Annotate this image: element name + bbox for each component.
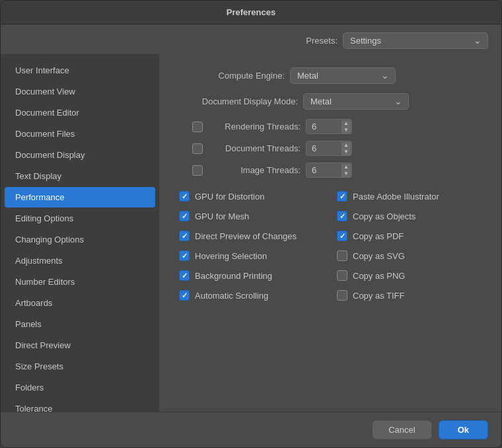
- sidebar-item-document-files[interactable]: Document Files: [5, 124, 155, 144]
- image-threads-spinner: ▲ ▼: [306, 163, 352, 178]
- copy-as-objects-check[interactable]: [337, 211, 347, 221]
- document-threads-arrows: ▲ ▼: [341, 141, 351, 156]
- checkbox-copy-as-objects: Copy as Objects: [337, 211, 482, 221]
- checkbox-gpu-distortion: GPU for Distortion: [179, 191, 324, 202]
- sidebar-item-document-editor[interactable]: Document Editor: [5, 102, 155, 123]
- document-threads-spinner: ▲ ▼: [306, 141, 352, 156]
- presets-label: Presets:: [306, 36, 338, 46]
- title-bar: Preferences: [1, 1, 501, 24]
- document-threads-row: Document Threads: ▲ ▼: [179, 141, 482, 156]
- rendering-threads-up[interactable]: ▲: [341, 120, 351, 127]
- document-display-mode-select-wrapper: Metal CPU: [303, 93, 409, 110]
- image-threads-up[interactable]: ▲: [341, 164, 351, 170]
- rendering-threads-arrows: ▲ ▼: [341, 119, 351, 134]
- rendering-threads-label: Rendering Threads:: [208, 122, 301, 131]
- paste-adobe-illustrator-label: Paste Adobe Illustrator: [353, 192, 439, 202]
- sidebar-item-user-interface[interactable]: User Interface: [5, 60, 155, 81]
- image-threads-toggle[interactable]: [192, 165, 203, 176]
- checkbox-direct-preview-changes: Direct Preview of Changes: [179, 231, 324, 241]
- compute-engine-select[interactable]: Metal CPU: [290, 67, 396, 84]
- checkbox-hovering-selection: Hovering Selection: [179, 250, 324, 261]
- automatic-scrolling-check[interactable]: [179, 290, 190, 301]
- sidebar-item-performance[interactable]: Performance: [5, 187, 155, 207]
- sidebar-item-document-view[interactable]: Document View: [5, 81, 155, 102]
- presets-select[interactable]: Settings Default: [343, 32, 488, 49]
- checkbox-paste-adobe-illustrator: Paste Adobe Illustrator: [337, 191, 482, 202]
- copy-as-objects-label: Copy as Objects: [353, 211, 415, 221]
- copy-as-tiff-label: Copy as TIFF: [353, 291, 405, 301]
- document-display-mode-row: Document Display Mode: Metal CPU: [179, 93, 482, 110]
- direct-preview-changes-check[interactable]: [179, 231, 190, 241]
- sidebar-item-changing-options[interactable]: Changing Options: [5, 229, 155, 250]
- compute-engine-row: Compute Engine: Metal CPU: [179, 67, 482, 84]
- sidebar-item-document-display[interactable]: Document Display: [5, 145, 155, 165]
- main-content: User Interface Document View Document Ed…: [1, 54, 501, 412]
- checkbox-background-printing: Background Printing: [179, 270, 324, 281]
- presets-row: Presets: Settings Default: [1, 24, 501, 54]
- checkboxes-grid: GPU for Distortion Paste Adobe Illustrat…: [179, 191, 482, 301]
- background-printing-check[interactable]: [179, 270, 190, 281]
- background-printing-label: Background Printing: [195, 271, 272, 281]
- sidebar-item-text-display[interactable]: Text Display: [5, 166, 155, 186]
- sidebar-item-editing-options[interactable]: Editing Options: [5, 208, 155, 229]
- copy-as-png-label: Copy as PNG: [353, 271, 405, 281]
- image-threads-arrows: ▲ ▼: [341, 163, 351, 178]
- checkbox-gpu-mesh: GPU for Mesh: [179, 211, 324, 221]
- copy-as-tiff-check[interactable]: [337, 290, 347, 301]
- checkbox-copy-as-pdf: Copy as PDF: [337, 231, 482, 241]
- copy-as-png-check[interactable]: [337, 270, 347, 281]
- checkbox-copy-as-tiff: Copy as TIFF: [337, 290, 482, 301]
- checkbox-automatic-scrolling: Automatic Scrolling: [179, 290, 324, 301]
- direct-preview-changes-label: Direct Preview of Changes: [195, 231, 297, 241]
- gpu-mesh-label: GPU for Mesh: [195, 211, 249, 221]
- dialog-title: Preferences: [227, 7, 275, 17]
- checkbox-copy-as-svg: Copy as SVG: [337, 250, 482, 261]
- gpu-mesh-check[interactable]: [179, 211, 190, 221]
- document-threads-down[interactable]: ▼: [341, 149, 351, 155]
- sidebar-item-artboards[interactable]: Artboards: [5, 293, 155, 313]
- rendering-threads-spinner: ▲ ▼: [306, 119, 352, 134]
- sidebar-item-tolerance[interactable]: Tolerance: [5, 398, 155, 412]
- copy-as-pdf-check[interactable]: [337, 231, 347, 241]
- sidebar-item-direct-preview[interactable]: Direct Preview: [5, 335, 155, 355]
- presets-select-wrapper: Settings Default: [343, 32, 488, 49]
- sidebar-item-panels[interactable]: Panels: [5, 314, 155, 334]
- document-display-mode-label: Document Display Mode:: [179, 96, 298, 106]
- ok-button[interactable]: Ok: [439, 420, 488, 439]
- checkbox-copy-as-png: Copy as PNG: [337, 270, 482, 281]
- document-display-mode-select[interactable]: Metal CPU: [303, 93, 409, 110]
- sidebar-item-adjustments[interactable]: Adjustments: [5, 250, 155, 271]
- gpu-distortion-check[interactable]: [179, 191, 190, 202]
- footer: Cancel Ok: [1, 412, 501, 447]
- document-threads-up[interactable]: ▲: [341, 142, 351, 149]
- sidebar-item-number-editors[interactable]: Number Editors: [5, 272, 155, 292]
- rendering-threads-down[interactable]: ▼: [341, 127, 351, 133]
- copy-as-pdf-label: Copy as PDF: [353, 231, 404, 241]
- rendering-threads-row: Rendering Threads: ▲ ▼: [179, 119, 482, 134]
- image-threads-row: Image Threads: ▲ ▼: [179, 163, 482, 178]
- image-threads-down[interactable]: ▼: [341, 170, 351, 177]
- document-threads-toggle[interactable]: [192, 143, 203, 154]
- image-threads-label: Image Threads:: [208, 165, 301, 175]
- compute-engine-label: Compute Engine:: [179, 71, 285, 81]
- document-threads-label: Document Threads:: [208, 143, 301, 153]
- automatic-scrolling-label: Automatic Scrolling: [195, 291, 268, 301]
- content-area: Compute Engine: Metal CPU Document Displ…: [159, 54, 501, 412]
- hovering-selection-check[interactable]: [179, 250, 190, 261]
- sidebar: User Interface Document View Document Ed…: [1, 54, 159, 412]
- rendering-threads-toggle[interactable]: [192, 122, 203, 132]
- gpu-distortion-label: GPU for Distortion: [195, 192, 264, 202]
- paste-adobe-illustrator-check[interactable]: [337, 191, 347, 202]
- hovering-selection-label: Hovering Selection: [195, 251, 267, 261]
- sidebar-item-size-presets[interactable]: Size Presets: [5, 356, 155, 377]
- compute-engine-select-wrapper: Metal CPU: [290, 67, 396, 84]
- sidebar-item-folders[interactable]: Folders: [5, 377, 155, 398]
- copy-as-svg-label: Copy as SVG: [353, 251, 405, 261]
- copy-as-svg-check[interactable]: [337, 250, 347, 261]
- cancel-button[interactable]: Cancel: [372, 420, 431, 439]
- preferences-dialog: Preferences Presets: Settings Default Us…: [0, 0, 502, 448]
